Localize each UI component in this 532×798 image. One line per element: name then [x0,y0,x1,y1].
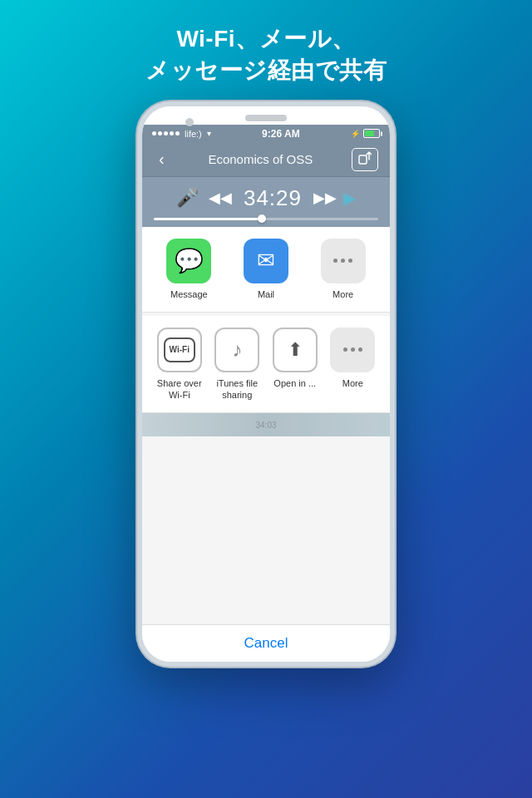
header-line2: メッセージ経由で共有 [145,55,387,86]
share-item-message[interactable]: 💬 Message [162,239,215,300]
progress-thumb [258,214,266,223]
signal-dot-4 [170,131,174,135]
battery-fill [365,131,374,136]
phone-top [142,106,390,125]
message-icon: 💬 [166,239,211,283]
player-controls: 🎤 ◀◀ 34:29 ▶▶ ▶ [154,185,378,211]
share-row-2: Wi-Fi Share over Wi-Fi ♪ iTunes file sha… [142,316,390,414]
share-item-more-2[interactable]: More [326,328,379,389]
cancel-button[interactable]: Cancel [244,635,288,651]
share-item-open-in[interactable]: ⬆ Open in ... [268,328,322,389]
progress-fill [154,218,262,220]
bottom-peek: 34:03 [142,413,390,436]
more-1-icon [321,239,366,283]
status-right: ⚡ [351,129,380,138]
wifi-badge: Wi-Fi [164,337,195,362]
nav-bar: ‹ Economics of OSS [142,143,390,177]
progress-bar[interactable] [154,218,378,220]
signal-dots [152,131,180,135]
upload-icon: ⬆ [288,339,303,361]
cancel-area: Cancel [142,624,390,662]
status-bar: life:) ▾ 9:26 AM ⚡ [142,125,390,143]
signal-dot-5 [175,131,180,135]
battery-bolt-icon: ⚡ [351,130,360,138]
more-2-icon [330,328,375,372]
mail-label: Mail [258,288,274,300]
player-time: 34:29 [244,185,302,211]
back-button[interactable]: ‹ [154,148,170,170]
player-area: 🎤 ◀◀ 34:29 ▶▶ ▶ [142,177,390,227]
wifi-icon: ▾ [207,129,211,138]
share-button[interactable] [352,148,378,171]
phone-frame: life:) ▾ 9:26 AM ⚡ ‹ Economics of OSS 🎤 … [137,101,395,667]
play-button[interactable]: ▶ [343,188,356,208]
share-item-more-1[interactable]: More [317,239,370,300]
mail-icon: ✉ [244,239,288,283]
signal-dot-1 [152,131,156,135]
nav-title: Economics of OSS [208,152,313,166]
wifi-label: Share over Wi-Fi [157,377,202,401]
music-note-icon: ♪ [232,338,242,362]
share-item-itunes[interactable]: ♪ iTunes file sharing [210,328,264,401]
more-1-label: More [332,288,353,300]
share-item-mail[interactable]: ✉ Mail [239,239,293,300]
status-left: life:) ▾ [152,129,211,139]
open-in-label: Open in ... [273,377,316,389]
svg-rect-0 [359,155,367,164]
header-text: Wi-Fi、メール、 メッセージ経由で共有 [145,23,387,86]
share-sheet: 💬 Message ✉ Mail More [142,227,390,662]
status-time: 9:26 AM [262,128,300,140]
more-2-label: More [342,377,363,389]
itunes-icon: ♪ [214,328,259,372]
share-row-1: 💬 Message ✉ Mail More [142,227,390,313]
open-in-icon: ⬆ [273,328,318,372]
more-1-dots [333,259,352,263]
wifi-share-icon: Wi-Fi [157,328,202,372]
message-label: Message [170,288,208,300]
carrier-name: life:) [185,129,202,139]
fast-forward-button[interactable]: ▶▶ [313,189,337,207]
phone-camera [185,118,194,126]
battery-indicator [363,129,380,138]
phone-speaker [245,115,287,121]
itunes-label: iTunes file sharing [216,377,258,401]
share-item-wifi[interactable]: Wi-Fi Share over Wi-Fi [153,328,206,401]
signal-dot-2 [158,131,162,135]
rewind-button[interactable]: ◀◀ [209,189,232,207]
more-2-dots [343,347,362,352]
signal-dot-3 [164,131,168,135]
mic-icon: 🎤 [176,187,199,209]
header-line1: Wi-Fi、メール、 [145,23,387,55]
